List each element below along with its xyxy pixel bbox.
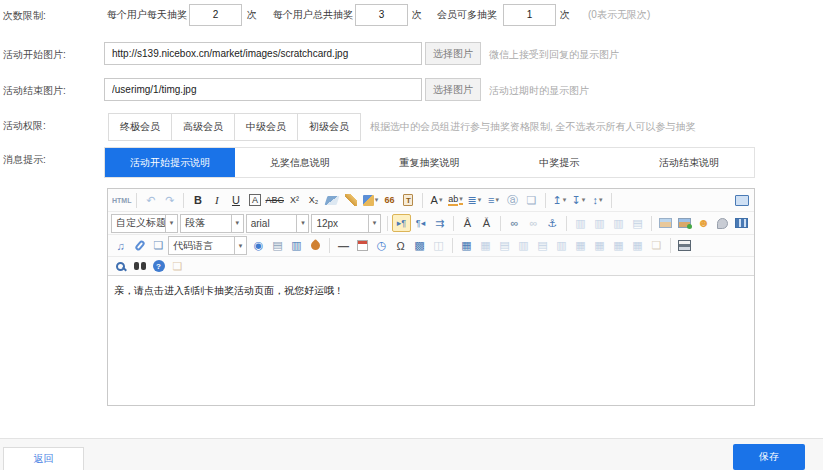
dropdown-arrow-icon: ▾: [599, 196, 603, 204]
insert-col-icon[interactable]: ▥: [514, 237, 533, 255]
clear-format-icon[interactable]: [342, 191, 361, 209]
fullscreen-icon[interactable]: [732, 191, 751, 209]
find-replace-icon[interactable]: [130, 257, 149, 275]
image-align-none-icon[interactable]: ▤: [628, 214, 647, 232]
toolbar-separator: [611, 193, 612, 208]
screenshot-icon[interactable]: ◫: [429, 237, 448, 255]
ordered-list-icon[interactable]: ≣▾: [465, 191, 484, 209]
limit-count-input[interactable]: [189, 4, 242, 26]
anchor-icon[interactable]: ⚓: [543, 214, 562, 232]
code-language-select[interactable]: 代码语言▾: [168, 236, 247, 255]
message-tab[interactable]: 活动开始提示说明: [105, 148, 235, 177]
blockquote-icon[interactable]: 66: [380, 191, 399, 209]
editor-content[interactable]: 亲，请点击进入刮刮卡抽奖活动页面，祝您好运哦！: [108, 278, 754, 405]
line-height-icon[interactable]: ↕▾: [588, 191, 607, 209]
attachment-icon[interactable]: [130, 237, 149, 255]
subscript-icon[interactable]: X₂: [304, 191, 323, 209]
baidu-app-icon[interactable]: ◉: [249, 237, 268, 255]
member-option-button[interactable]: 初级会员: [297, 113, 361, 141]
back-button[interactable]: 返回: [3, 447, 84, 470]
link-icon[interactable]: ∞: [505, 214, 524, 232]
pagebreak-icon[interactable]: ▤: [268, 237, 287, 255]
font-color-icon[interactable]: A▾: [427, 191, 446, 209]
paste-text-icon[interactable]: T: [399, 191, 418, 209]
end-image-choose-button[interactable]: 选择图片: [425, 78, 481, 101]
end-image-input[interactable]: [104, 78, 422, 101]
help-icon[interactable]: ?: [149, 257, 168, 275]
eraser-icon[interactable]: [323, 191, 342, 209]
message-tab[interactable]: 兑奖信息说明: [235, 148, 365, 177]
dropdown-arrow-icon: ▾: [234, 237, 246, 254]
paste-icon[interactable]: ❏: [168, 257, 187, 275]
time-icon[interactable]: ◷: [372, 237, 391, 255]
image-align-left-icon[interactable]: ▥: [571, 214, 590, 232]
map-icon[interactable]: ▩: [410, 237, 429, 255]
insert-file-icon[interactable]: ❏: [149, 237, 168, 255]
message-tab[interactable]: 重复抽奖说明: [365, 148, 495, 177]
limit-count-input[interactable]: [503, 4, 556, 26]
page-template-icon[interactable]: ❏: [647, 237, 666, 255]
merge-cells-icon[interactable]: ▦: [571, 237, 590, 255]
image-align-right-icon[interactable]: ▥: [609, 214, 628, 232]
redo-icon[interactable]: ↷: [160, 191, 179, 209]
delete-table-icon[interactable]: ▦: [476, 237, 495, 255]
message-tab[interactable]: 活动结束说明: [624, 148, 754, 177]
style-select[interactable]: 自定义标题▾: [111, 214, 178, 233]
image-align-center-icon[interactable]: ▥: [590, 214, 609, 232]
insert-image-icon[interactable]: [656, 214, 675, 232]
horizontal-rule-icon[interactable]: —: [334, 237, 353, 255]
italic-icon[interactable]: I: [207, 191, 226, 209]
message-tab[interactable]: 中奖提示: [494, 148, 624, 177]
paragraph-bottom-spacing-icon[interactable]: ↧▾: [569, 191, 588, 209]
member-option-button[interactable]: 中级会员: [234, 113, 298, 141]
insert-iframe-icon[interactable]: ▥: [287, 237, 306, 255]
letter-spacing-increase-icon[interactable]: Â: [458, 214, 477, 232]
print-icon[interactable]: [675, 237, 694, 255]
image-manager-icon[interactable]: [675, 214, 694, 232]
new-doc-icon[interactable]: ❏: [522, 191, 541, 209]
insert-video-icon[interactable]: [732, 214, 751, 232]
date-icon[interactable]: [353, 237, 372, 255]
member-option-button[interactable]: 终极会员: [108, 113, 172, 141]
save-button[interactable]: 保存: [733, 444, 805, 470]
insert-table-icon[interactable]: ▦: [457, 237, 476, 255]
dir-ltr-icon[interactable]: ▸¶: [392, 214, 411, 232]
letter-spacing-decrease-icon[interactable]: Ǎ: [477, 214, 496, 232]
superscript-icon[interactable]: X²: [285, 191, 304, 209]
highlight-color-icon[interactable]: ab▾: [446, 191, 465, 209]
indent-icon[interactable]: ⇉: [430, 214, 449, 232]
delete-col-icon[interactable]: ▥: [552, 237, 571, 255]
start-image-input[interactable]: [104, 42, 422, 65]
split-cells-icon[interactable]: ▦: [590, 237, 609, 255]
limit-count-input[interactable]: [355, 4, 408, 26]
strikethrough-icon[interactable]: ABC: [264, 191, 285, 209]
member-option-button[interactable]: 高级会员: [171, 113, 235, 141]
fontsize-select[interactable]: 12px▾: [311, 214, 381, 233]
unordered-list-icon[interactable]: ≡▾: [484, 191, 503, 209]
undo-icon[interactable]: ↶: [141, 191, 160, 209]
table-title-icon[interactable]: ▦: [628, 237, 647, 255]
emotion-icon[interactable]: ☻: [694, 214, 713, 232]
html-source-icon[interactable]: HTML: [111, 191, 132, 209]
unlink-icon[interactable]: ∞: [524, 214, 543, 232]
format-painter-icon[interactable]: ▾: [361, 191, 380, 209]
underline-icon[interactable]: U: [226, 191, 245, 209]
background-color-icon[interactable]: [306, 237, 325, 255]
start-image-choose-button[interactable]: 选择图片: [425, 42, 481, 65]
dir-rtl-icon[interactable]: ¶◂: [411, 214, 430, 232]
preview-icon[interactable]: [111, 257, 130, 275]
toolbar-separator: [453, 216, 454, 231]
paragraph-select[interactable]: 段落▾: [180, 214, 244, 233]
delete-row-icon[interactable]: ▤: [533, 237, 552, 255]
auto-typeset-icon[interactable]: ⓐ: [503, 191, 522, 209]
music-icon[interactable]: ♫: [111, 237, 130, 255]
font-border-icon[interactable]: A: [245, 191, 264, 209]
bold-icon[interactable]: B: [188, 191, 207, 209]
special-char-icon[interactable]: Ω: [391, 237, 410, 255]
insert-row-icon[interactable]: ▤: [495, 237, 514, 255]
toolbar-separator: [452, 238, 453, 253]
table-header-icon[interactable]: ▦: [609, 237, 628, 255]
font-select[interactable]: arial▾: [246, 214, 310, 233]
scrawl-icon[interactable]: [713, 214, 732, 232]
paragraph-top-spacing-icon[interactable]: ↥▾: [550, 191, 569, 209]
